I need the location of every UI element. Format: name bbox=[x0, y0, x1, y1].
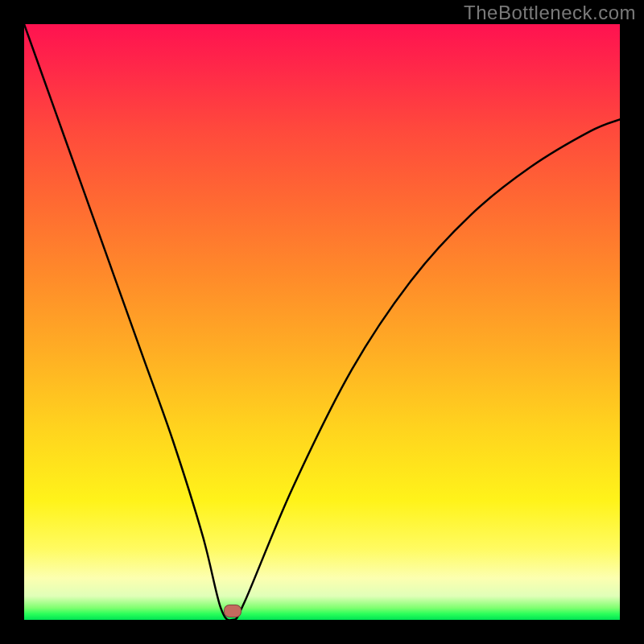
plot-area bbox=[24, 24, 620, 620]
watermark-text: TheBottleneck.com bbox=[464, 2, 636, 24]
optimum-marker bbox=[224, 605, 242, 617]
bottleneck-curve bbox=[24, 24, 620, 620]
chart-frame: TheBottleneck.com bbox=[0, 0, 644, 644]
